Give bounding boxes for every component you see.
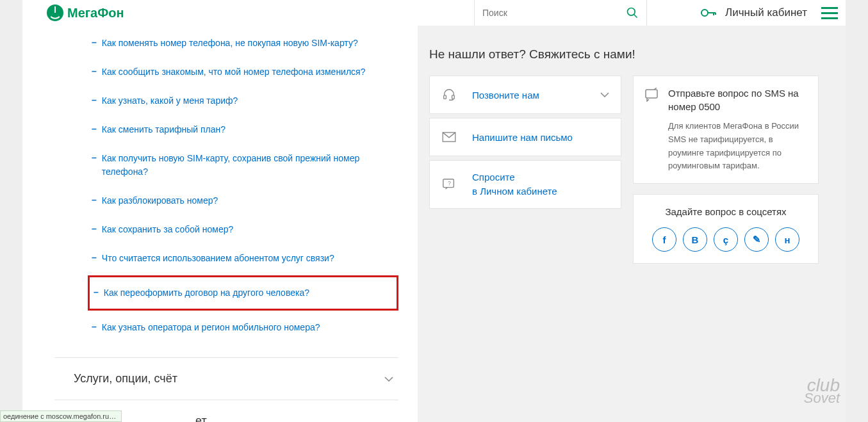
contact-column: Не нашли ответ? Свяжитесь с нами! Позвон… — [418, 0, 846, 422]
accordion-services[interactable]: Услуги, опции, счёт — [54, 357, 398, 400]
dash-icon: – — [92, 124, 97, 136]
faq-link: Что считается использованием абонентом у… — [102, 252, 334, 265]
social-button-4[interactable]: н — [775, 227, 799, 252]
faq-item[interactable]: –Как узнать, какой у меня тариф? — [88, 86, 398, 115]
sms-title: Отправьте вопрос по SMS на номер 0500 — [668, 86, 808, 113]
dash-icon: – — [92, 95, 97, 108]
dash-icon: – — [92, 152, 97, 179]
browser-status: оединение с moscow.megafon.ru… — [0, 410, 122, 422]
search-box[interactable] — [474, 0, 647, 26]
faq-item[interactable]: –Как сменить тарифный план? — [88, 115, 398, 144]
svg-rect-5 — [646, 90, 657, 98]
svg-point-6 — [628, 8, 635, 16]
svg-point-7 — [701, 10, 708, 16]
social-title: Задайте вопрос в соцсетях — [645, 206, 807, 217]
svg-rect-0 — [444, 95, 446, 99]
search-input[interactable] — [482, 8, 626, 18]
faq-link: Как переоформить договор на другого чело… — [104, 286, 309, 300]
social-button-2[interactable]: ç — [714, 227, 738, 252]
dash-icon: – — [94, 287, 99, 300]
dash-icon: – — [92, 195, 97, 207]
chevron-down-icon — [384, 377, 393, 382]
faq-link: Как разблокировать номер? — [102, 194, 218, 207]
cabinet-label: Личный кабинет — [725, 6, 807, 19]
dash-icon: – — [92, 223, 97, 236]
faq-link: Как сохранить за собой номер? — [102, 223, 234, 236]
faq-item[interactable]: –Как разблокировать номер? — [88, 186, 398, 215]
dash-icon: – — [92, 37, 97, 50]
faq-link: Как поменять номер телефона, не покупая … — [102, 37, 358, 50]
header: МегаФон Личный кабинет — [22, 0, 846, 26]
logo[interactable]: МегаФон — [22, 4, 124, 21]
faq-link: Как сменить тарифный план? — [102, 123, 225, 136]
headset-icon — [441, 88, 457, 102]
accordion-partial-title: ет — [195, 414, 207, 422]
social-card: Задайте вопрос в соцсетях fВç✎н — [633, 194, 819, 264]
key-icon — [701, 8, 716, 17]
contact-write-label: Напишите нам письмо — [472, 132, 609, 143]
faq-item[interactable]: –Как поменять номер телефона, не покупая… — [88, 29, 398, 58]
faq-item[interactable]: –Что считается использованием абонентом … — [88, 244, 398, 273]
dash-icon: – — [92, 252, 97, 265]
cabinet-link[interactable]: Личный кабинет — [701, 0, 807, 26]
contact-write[interactable]: Напишите нам письмо — [429, 118, 621, 156]
svg-rect-1 — [452, 95, 455, 99]
sms-card: Отправьте вопрос по SMS на номер 0500 Дл… — [633, 76, 819, 184]
menu-button[interactable] — [814, 0, 846, 26]
contact-call[interactable]: Позвоните нам — [429, 76, 621, 114]
svg-text:?: ? — [448, 181, 451, 186]
faq-item[interactable]: –Как получить новую SIM-карту, сохранив … — [88, 144, 398, 186]
dash-icon: – — [92, 321, 97, 334]
accordion-title: Услуги, опции, счёт — [74, 372, 177, 385]
contact-heading: Не нашли ответ? Свяжитесь с нами! — [429, 47, 846, 61]
contact-ask-label: Спроситев Личном кабинете — [472, 170, 557, 199]
social-button-1[interactable]: В — [683, 227, 707, 252]
search-icon[interactable] — [626, 6, 639, 19]
faq-item[interactable]: –Как узнать оператора и регион мобильног… — [88, 313, 398, 342]
faq-column: –Как поменять номер телефона, не покупая… — [22, 0, 418, 422]
mail-icon — [441, 132, 457, 142]
faq-item[interactable]: –Как переоформить договор на другого чел… — [88, 275, 398, 311]
faq-link: Как сообщить знакомым, что мой номер тел… — [102, 65, 366, 79]
dash-icon: – — [92, 66, 97, 79]
social-button-3[interactable]: ✎ — [744, 227, 769, 252]
faq-link: Как узнать, какой у меня тариф? — [102, 94, 238, 108]
contact-ask[interactable]: ? Спроситев Личном кабинете — [429, 160, 621, 209]
faq-link: Как узнать оператора и регион мобильного… — [102, 321, 320, 334]
logo-text: МегаФон — [67, 6, 124, 20]
social-button-0[interactable]: f — [652, 227, 676, 252]
sms-icon — [644, 88, 659, 173]
faq-link: Как получить новую SIM-карту, сохранив с… — [102, 152, 377, 179]
logo-icon — [47, 4, 63, 21]
faq-item[interactable]: –Как сообщить знакомым, что мой номер те… — [88, 58, 398, 86]
faq-item[interactable]: –Как сохранить за собой номер? — [88, 215, 398, 244]
chat-question-icon: ? — [441, 177, 457, 191]
sms-body: Для клиентов МегаФона в России SMS не та… — [668, 120, 808, 173]
chevron-down-icon — [600, 92, 609, 97]
contact-call-label: Позвоните нам — [472, 90, 600, 101]
